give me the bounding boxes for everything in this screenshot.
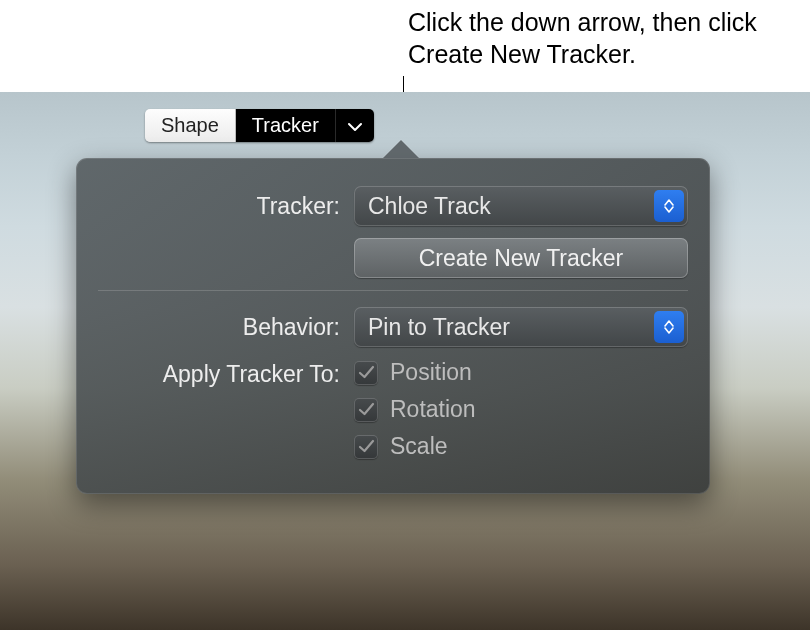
apply-option-position: Position <box>354 359 476 386</box>
create-new-tracker-button[interactable]: Create New Tracker <box>354 238 688 278</box>
divider <box>98 290 688 291</box>
apply-tracker-to-label: Apply Tracker To: <box>98 359 354 470</box>
updown-stepper-icon <box>654 190 684 222</box>
updown-stepper-icon <box>654 311 684 343</box>
shape-tab[interactable]: Shape <box>145 109 236 142</box>
tracker-tab[interactable]: Tracker <box>236 109 336 142</box>
checkbox-label: Scale <box>390 433 448 460</box>
tracker-dropdown-arrow[interactable] <box>336 109 374 142</box>
behavior-label: Behavior: <box>98 314 354 341</box>
behavior-select-value: Pin to Tracker <box>368 314 510 341</box>
behavior-select[interactable]: Pin to Tracker <box>354 307 688 347</box>
chevron-down-icon <box>348 114 362 137</box>
tracker-label: Tracker: <box>98 193 354 220</box>
apply-option-rotation: Rotation <box>354 396 476 423</box>
tracker-select-value: Chloe Track <box>368 193 491 220</box>
shape-tracker-segmented-control: Shape Tracker <box>145 109 374 142</box>
tracker-select[interactable]: Chloe Track <box>354 186 688 226</box>
tracker-popover: Tracker: Chloe Track Create New Tracker … <box>76 158 710 494</box>
checkbox-label: Position <box>390 359 472 386</box>
callout-text: Click the down arrow, then click Create … <box>408 6 810 70</box>
checkbox-rotation[interactable] <box>354 398 378 422</box>
apply-option-scale: Scale <box>354 433 476 460</box>
checkbox-position[interactable] <box>354 361 378 385</box>
checkbox-scale[interactable] <box>354 435 378 459</box>
checkbox-label: Rotation <box>390 396 476 423</box>
